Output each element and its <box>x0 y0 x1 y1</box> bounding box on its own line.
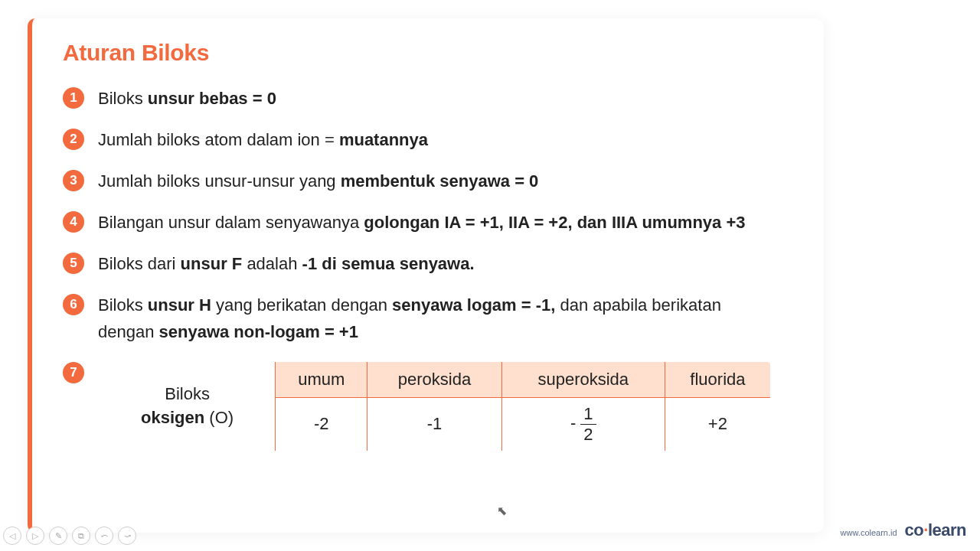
rule-number: 4 <box>63 211 84 233</box>
rule-item: 4Bilangan unsur dalam senyawanya golonga… <box>63 210 802 236</box>
brand-logo: co·learn <box>905 520 966 540</box>
slide-card: Aturan Biloks 1Biloks unsur bebas = 02Ju… <box>28 18 824 533</box>
rule-item: 2Jumlah biloks atom dalam ion = muatanny… <box>63 127 802 153</box>
rule-item: 6Biloks unsur H yang berikatan dengan se… <box>63 292 802 344</box>
rule-text: Biloks unsur bebas = 0 <box>98 86 276 112</box>
rule-text: Jumlah biloks atom dalam ion = muatannya <box>98 127 428 153</box>
col-umum: umum <box>276 361 368 398</box>
site-url: www.colearn.id <box>841 528 897 537</box>
rule-number: 1 <box>63 87 84 109</box>
rule-text: Biloks unsur H yang berikatan dengan sen… <box>98 292 772 344</box>
rule-number: 3 <box>63 170 84 191</box>
rules-list: 1Biloks unsur bebas = 02Jumlah biloks at… <box>63 86 802 345</box>
footer: www.colearn.id co·learn <box>841 520 966 540</box>
rule-number: 2 <box>63 129 84 150</box>
undo-button[interactable]: ⤺ <box>95 527 113 545</box>
rule-item: 3Jumlah biloks unsur-unsur yang membentu… <box>63 168 802 194</box>
rule-number-7: 7 <box>63 362 84 383</box>
rule-7-row: 7 Biloksoksigen (O) umum peroksida super… <box>63 360 802 452</box>
rule-text: Bilangan unsur dalam senyawanya golongan… <box>98 210 746 236</box>
val-peroksida: -1 <box>368 397 501 452</box>
rule-number: 5 <box>63 253 84 274</box>
copy-button[interactable]: ⧉ <box>72 527 90 545</box>
player-controls: ◁ ▷ ✎ ⧉ ⤺ ⤻ <box>3 527 136 545</box>
rule-text: Biloks dari unsur F adalah -1 di semua s… <box>98 251 475 277</box>
val-superoksida: - 12 <box>501 397 665 452</box>
edit-button[interactable]: ✎ <box>49 527 67 545</box>
rule-item: 5Biloks dari unsur F adalah -1 di semua … <box>63 251 802 277</box>
rule-number: 6 <box>63 294 84 315</box>
slide-title: Aturan Biloks <box>63 40 802 66</box>
val-umum: -2 <box>276 397 368 452</box>
rule-item: 1Biloks unsur bebas = 0 <box>63 86 802 112</box>
rule-text: Jumlah biloks unsur-unsur yang membentuk… <box>98 168 538 194</box>
col-superoksida: superoksida <box>501 361 665 398</box>
val-fluorida: +2 <box>665 397 771 452</box>
redo-button[interactable]: ⤻ <box>118 527 136 545</box>
col-fluorida: fluorida <box>665 361 771 398</box>
prev-button[interactable]: ◁ <box>3 527 21 545</box>
next-button[interactable]: ▷ <box>26 527 44 545</box>
oxygen-biloks-table: Biloksoksigen (O) umum peroksida superok… <box>98 360 772 452</box>
col-peroksida: peroksida <box>368 361 501 398</box>
table-row-label: Biloksoksigen (O) <box>99 361 276 452</box>
